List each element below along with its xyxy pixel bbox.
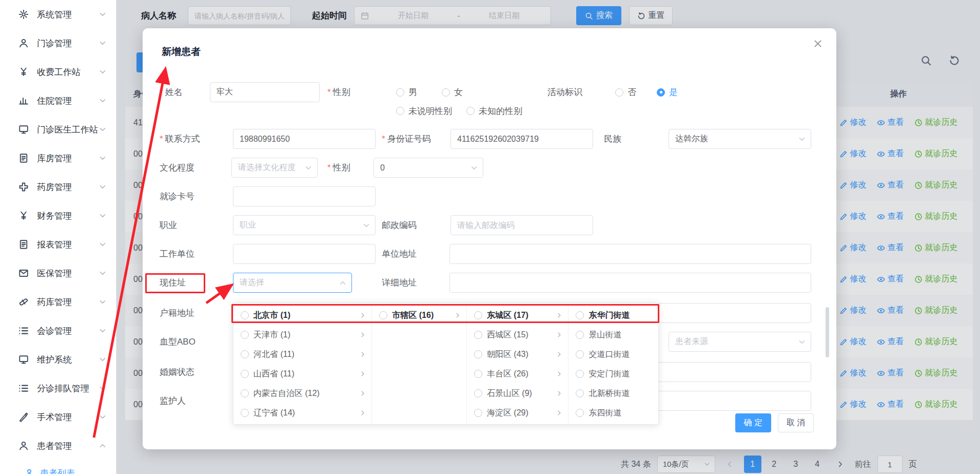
sidebar-item[interactable]: 门诊医生工作站 (0, 115, 116, 144)
radio-icon[interactable] (241, 311, 249, 319)
cascader-option[interactable]: 北新桥街道 (569, 384, 658, 403)
cascader-option[interactable]: 北京市 (1) (233, 306, 371, 325)
radio-icon[interactable] (576, 409, 584, 417)
page-number-button[interactable]: 1 (744, 456, 761, 473)
search-button[interactable]: 搜索 (576, 6, 621, 25)
gender-radio-option[interactable]: 未知的性别 (466, 105, 522, 117)
radio-icon[interactable] (241, 350, 249, 358)
current-address-cascader[interactable]: 请选择 (233, 273, 352, 293)
edit-link[interactable]: 修改 (839, 399, 867, 410)
edit-link[interactable]: 修改 (839, 336, 867, 347)
radio-icon[interactable] (396, 88, 404, 97)
radio-icon[interactable] (576, 331, 584, 339)
cascader-option[interactable]: 河北省 (11) (233, 345, 371, 364)
gender-code-select[interactable]: 0 (374, 158, 483, 178)
cascader-option[interactable]: 东华门街道 (569, 306, 658, 325)
radio-icon[interactable] (657, 88, 665, 97)
history-link[interactable]: 就诊历史 (914, 211, 958, 222)
radio-icon[interactable] (576, 370, 584, 378)
sidebar-item[interactable]: 财务管理 (0, 201, 116, 230)
radio-icon[interactable] (576, 389, 584, 397)
sidebar-item[interactable]: 门诊管理 (0, 29, 116, 58)
sidebar-item[interactable]: 患者管理 (0, 431, 116, 460)
postal-code-input[interactable] (450, 215, 593, 235)
page-size-select[interactable]: 10条/页 (657, 456, 715, 473)
visit-card-input[interactable] (233, 186, 376, 206)
active-flag-radio-option[interactable]: 否 (615, 86, 636, 98)
table-refresh-icon[interactable] (949, 55, 960, 66)
edit-link[interactable]: 修改 (839, 305, 867, 316)
history-link[interactable]: 就诊历史 (914, 368, 958, 378)
cascader-option[interactable]: 朝阳区 (43) (467, 345, 569, 364)
history-link[interactable]: 就诊历史 (914, 336, 958, 347)
cascader-option[interactable]: 西城区 (15) (467, 325, 569, 345)
education-select[interactable]: 请选择文化程度 (231, 158, 318, 178)
view-link[interactable]: 查看 (877, 180, 904, 191)
history-link[interactable]: 就诊历史 (914, 274, 958, 285)
history-link[interactable]: 就诊历史 (914, 117, 958, 128)
radio-icon[interactable] (379, 311, 387, 319)
sidebar-item[interactable]: 维护系统 (0, 345, 116, 374)
radio-icon[interactable] (241, 331, 249, 339)
view-link[interactable]: 查看 (877, 399, 904, 410)
sidebar-item[interactable]: 医保管理 (0, 259, 116, 288)
view-link[interactable]: 查看 (877, 211, 904, 222)
detail-address-input[interactable] (449, 273, 811, 293)
history-link[interactable]: 就诊历史 (914, 180, 958, 191)
edit-link[interactable]: 修改 (839, 242, 867, 253)
ethnicity-select[interactable]: 达斡尔族 (669, 129, 811, 149)
cascader-option[interactable]: 海淀区 (29) (467, 403, 569, 423)
goto-page-input[interactable] (877, 456, 903, 473)
id-card-input[interactable] (450, 129, 593, 149)
view-link[interactable]: 查看 (877, 148, 904, 159)
sidebar-item[interactable]: 系统管理 (0, 0, 116, 29)
radio-icon[interactable] (241, 409, 249, 417)
active-flag-radio-option[interactable]: 是 (657, 86, 678, 98)
page-number-button[interactable]: 2 (766, 456, 783, 473)
cascader-option[interactable]: 景山街道 (569, 325, 658, 345)
confirm-button[interactable]: 确 定 (735, 413, 771, 432)
edit-link[interactable]: 修改 (839, 368, 867, 378)
modal-scrollbar[interactable] (826, 307, 829, 357)
prev-page-button[interactable] (721, 456, 738, 473)
gender-radio-option[interactable]: 男 (396, 86, 417, 98)
radio-icon[interactable] (442, 88, 450, 97)
sidebar-item[interactable]: 收费工作站 (0, 58, 116, 86)
radio-icon[interactable] (474, 370, 482, 378)
gender-radio-option[interactable]: 女 (442, 86, 463, 98)
radio-icon[interactable] (576, 350, 584, 358)
page-number-button[interactable]: 3 (787, 456, 805, 473)
radio-icon[interactable] (615, 88, 623, 97)
radio-icon[interactable] (241, 389, 249, 397)
radio-icon[interactable] (474, 350, 482, 358)
cascader-option[interactable]: 辽宁省 (14) (233, 403, 371, 423)
view-link[interactable]: 查看 (877, 336, 904, 347)
reset-button[interactable]: 重置 (629, 6, 673, 25)
cascader-option[interactable]: 丰台区 (26) (467, 364, 569, 384)
view-link[interactable]: 查看 (877, 274, 904, 285)
cascader-option[interactable]: 市辖区 (16) (372, 306, 466, 325)
date-range-picker[interactable]: 开始日期 - 结束日期 (354, 6, 551, 25)
sidebar-item[interactable]: 药房管理 (0, 173, 116, 201)
sidebar-item[interactable]: 库房管理 (0, 144, 116, 173)
cascader-option[interactable]: 天津市 (1) (233, 325, 371, 345)
view-link[interactable]: 查看 (877, 368, 904, 378)
date-end-placeholder[interactable]: 结束日期 (464, 11, 545, 21)
sidebar-item[interactable]: 分诊排队管理 (0, 374, 116, 403)
edit-link[interactable]: 修改 (839, 211, 867, 222)
cascader-option[interactable]: 山西省 (11) (233, 364, 371, 384)
cancel-button[interactable]: 取 消 (778, 413, 814, 432)
sidebar-item[interactable]: 报表管理 (0, 230, 116, 259)
contact-input[interactable] (233, 129, 376, 149)
edit-link[interactable]: 修改 (839, 274, 867, 285)
radio-icon[interactable] (474, 311, 482, 319)
edit-link[interactable]: 修改 (839, 148, 867, 159)
unit-address-input[interactable] (449, 244, 811, 264)
edit-link[interactable]: 修改 (839, 117, 867, 128)
history-link[interactable]: 就诊历史 (914, 148, 958, 159)
date-start-placeholder[interactable]: 开始日期 (373, 11, 454, 21)
view-link[interactable]: 查看 (877, 305, 904, 316)
sidebar-item[interactable]: 药库管理 (0, 288, 116, 316)
patient-name-input[interactable] (188, 6, 291, 25)
cascader-option[interactable]: 石景山区 (9) (467, 384, 569, 403)
